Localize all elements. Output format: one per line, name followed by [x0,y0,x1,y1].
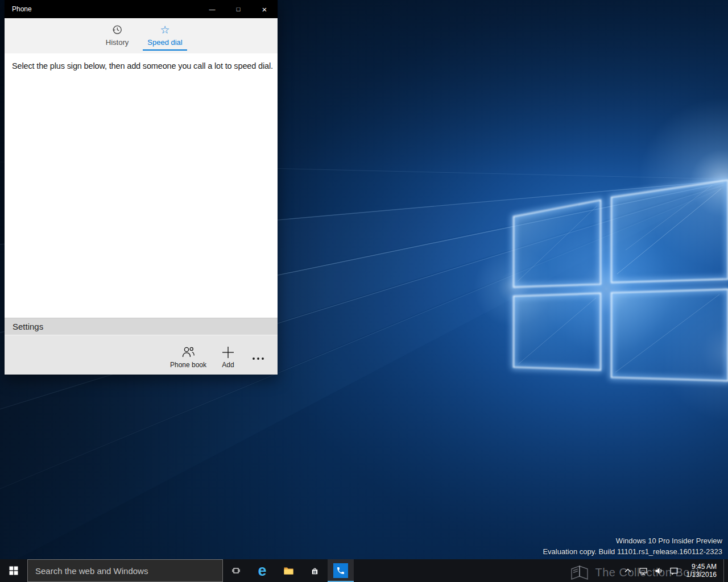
action-center-button[interactable] [667,559,682,582]
add-button[interactable]: Add [210,335,246,375]
phone-app-window: Phone — □ × History [5,0,278,375]
star-icon: ☆ [160,23,169,36]
folder-icon [284,567,293,575]
settings-label: Settings [13,322,43,331]
window-controls: — □ × [199,0,278,18]
eval-line2: Evaluation copy. Build 11101.rs1_release… [543,546,722,557]
window-titlebar[interactable]: Phone — □ × [5,0,278,18]
maximize-icon: □ [237,6,241,13]
clock-date: 1/13/2016 [686,571,717,579]
tab-speed-dial[interactable]: ☆ Speed dial [141,18,189,53]
phone-book-icon [181,344,196,360]
file-explorer-button[interactable] [275,559,301,582]
close-button[interactable]: × [251,0,278,18]
maximize-button[interactable]: □ [225,0,251,18]
active-tab-indicator [143,49,187,51]
more-icon [252,351,264,367]
search-input[interactable] [28,566,222,576]
task-view-icon [231,566,241,575]
minimize-icon: — [209,6,216,13]
start-button[interactable] [0,559,27,582]
empty-state-message: Select the plus sign below, then add som… [12,60,274,72]
store-bag-icon [310,566,320,576]
show-desktop-button[interactable] [723,559,728,582]
phone-app-tile [333,563,348,578]
network-icon [639,567,648,575]
windows-logo-icon [9,566,18,575]
speed-dial-content: Select the plus sign below, then add som… [5,53,278,318]
edge-icon: e [258,563,266,579]
tab-speed-dial-label: Speed dial [147,38,182,47]
tab-history-label: History [106,38,129,47]
more-button[interactable] [246,335,271,375]
window-title: Phone [5,5,199,13]
action-center-icon [669,567,679,575]
app-command-bar: Phone book Add [5,335,278,375]
taskbar: e [0,559,728,582]
phone-taskbar-button[interactable] [328,559,354,582]
history-icon [111,23,123,36]
tab-strip: History ☆ Speed dial [5,18,278,53]
phone-icon [336,566,345,575]
taskbar-search[interactable] [27,559,223,582]
network-tray-button[interactable] [636,559,651,582]
edge-button[interactable]: e [249,559,275,582]
volume-icon [655,567,663,575]
store-button[interactable] [301,559,328,582]
taskbar-clock[interactable]: 9:45 AM 1/13/2016 [682,559,723,582]
eval-line1: Windows 10 Pro Insider Preview [543,535,722,546]
tab-history[interactable]: History [93,18,141,53]
settings-button[interactable]: Settings [5,318,278,335]
phone-book-label: Phone book [170,361,206,369]
add-label: Add [222,361,234,369]
volume-tray-button[interactable] [651,559,667,582]
hidden-icons-button[interactable] [621,559,636,582]
task-view-button[interactable] [223,559,249,582]
minimize-button[interactable]: — [199,0,225,18]
chevron-up-icon [624,567,632,574]
taskbar-spacer [354,559,621,582]
clock-time: 9:45 AM [692,563,717,571]
add-icon [221,344,235,360]
evaluation-watermark: Windows 10 Pro Insider Preview Evaluatio… [543,535,722,557]
phone-book-button[interactable]: Phone book [166,335,210,375]
close-icon: × [262,5,267,14]
